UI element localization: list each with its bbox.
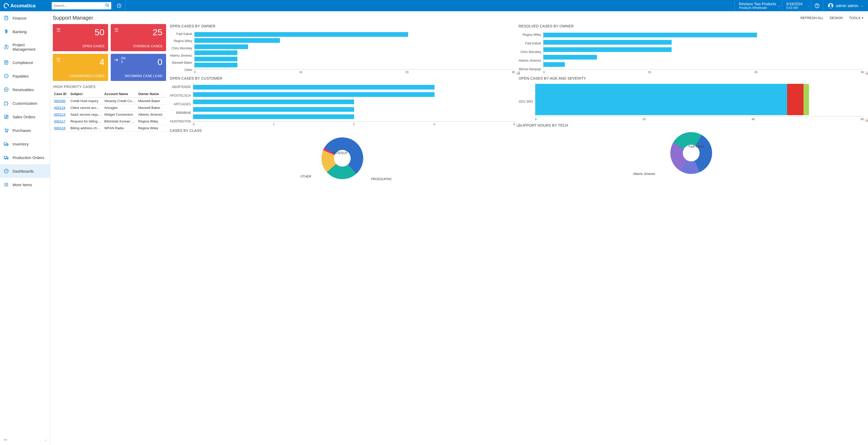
help-button[interactable]	[811, 0, 823, 11]
bar[interactable]	[194, 51, 237, 55]
svg-point-4	[817, 7, 817, 7]
sidebar-item-dashboards[interactable]: Dashboards	[0, 164, 50, 178]
cell-account: Artcages	[103, 104, 137, 111]
bar[interactable]	[544, 55, 597, 60]
bar-segment[interactable]	[804, 84, 809, 115]
cell-owner: Maxwell Baker	[137, 98, 166, 104]
axis-label: Regina Wiley	[170, 39, 192, 43]
history-button[interactable]	[113, 0, 125, 11]
bar[interactable]	[193, 107, 354, 112]
bar[interactable]	[544, 62, 565, 67]
kpi-unassigned-cases[interactable]: ☰ 4 UNASSIGNED CASES	[53, 54, 108, 81]
sidebar-item-payables[interactable]: Payables	[0, 69, 50, 83]
gauge-icon	[4, 168, 9, 174]
axis-tick: 0	[193, 123, 194, 126]
bar[interactable]	[193, 92, 435, 97]
column-header[interactable]: Subject	[69, 90, 103, 98]
bar[interactable]	[544, 33, 757, 37]
svg-point-38	[7, 184, 8, 185]
column-header[interactable]: Case ID	[53, 90, 69, 98]
sidebar-item-production-orders[interactable]: Production Orders	[0, 151, 50, 164]
chart-export-icon[interactable]: 📊	[865, 71, 868, 75]
sidebar-item-purchases[interactable]: Purchases	[0, 124, 50, 137]
doc-icon	[4, 60, 9, 65]
case-id-link[interactable]: 000123	[54, 113, 65, 117]
bar[interactable]	[544, 47, 672, 52]
case-id-link[interactable]: 000124	[54, 106, 65, 110]
case-id-link[interactable]: 000160	[54, 99, 65, 103]
column-header[interactable]: Account Name	[103, 90, 137, 98]
sidebar-item-receivables[interactable]: Receivables	[0, 83, 50, 96]
sidebar-item-label: Banking	[12, 30, 27, 34]
axis-tick: 20	[754, 70, 757, 74]
bar[interactable]	[193, 99, 354, 104]
chart-label: Alberto Jimenez	[633, 172, 655, 176]
sidebar-item-label: Compliance	[12, 60, 33, 65]
search-input[interactable]	[54, 4, 105, 7]
case-id-link[interactable]: 000116	[54, 126, 65, 130]
bar-segment[interactable]	[535, 84, 787, 115]
sidebar-item-label: Finance	[12, 16, 26, 20]
sidebar-item-label: Project Management	[12, 42, 46, 52]
tools-menu[interactable]: TOOLS ▼	[849, 16, 864, 20]
kpi-overdue-cases[interactable]: ☰ 25 OVERDUE CASES	[111, 24, 166, 51]
bar[interactable]	[194, 63, 237, 67]
grid-icon	[4, 182, 9, 187]
chart-export-icon[interactable]: 📊	[865, 118, 868, 122]
kpi-open-cases[interactable]: ☰ 50 OPEN CASES	[53, 24, 108, 51]
column-header[interactable]: Owner Name	[137, 90, 166, 98]
calc-icon	[4, 15, 9, 21]
more-options-icon[interactable]: •••	[4, 438, 7, 442]
bar[interactable]	[194, 38, 280, 43]
bar[interactable]	[544, 40, 672, 45]
refresh-all-button[interactable]: REFRESH ALL	[800, 16, 823, 20]
bar[interactable]	[194, 32, 408, 37]
bar-segment[interactable]	[787, 84, 804, 115]
bar[interactable]	[194, 57, 237, 61]
app-header: Acumatica Revision Two Products Products…	[0, 0, 868, 11]
cell-subject: Credit Hold inquiry	[69, 98, 103, 104]
sidebar-item-more-items[interactable]: More Items	[0, 178, 50, 191]
axis-label: Regina Wiley	[519, 33, 541, 37]
bar[interactable]	[194, 44, 248, 49]
search-box[interactable]	[52, 2, 111, 9]
donut-chart[interactable]	[670, 132, 712, 174]
cell-owner: Regina Wiley	[137, 118, 166, 125]
bar[interactable]	[193, 85, 435, 90]
sidebar-item-banking[interactable]: Banking	[0, 25, 50, 38]
sidebar-item-finance[interactable]: Finance	[0, 11, 50, 25]
chart-resolved-by-owner: RESOLVED CASES BY OWNER Regina WileyFadi…	[519, 24, 864, 74]
sidebar-item-label: Inventory	[12, 142, 29, 146]
axis-label: APOSTELSCH	[170, 94, 191, 97]
sidebar-item-project-management[interactable]: Project Management	[0, 38, 50, 56]
sidebar-item-sales-orders[interactable]: Sales Orders	[0, 110, 50, 124]
axis-tick: 60	[861, 118, 864, 121]
collapse-sidebar-icon[interactable]: ‹	[45, 438, 46, 442]
brand-logo[interactable]: Acumatica	[0, 0, 50, 11]
kpi-label: UNASSIGNED CASES	[56, 74, 104, 78]
user-menu[interactable]: admin admin ⌄	[823, 0, 868, 11]
search-icon[interactable]	[105, 3, 110, 8]
chart-export-icon[interactable]: 📊	[516, 123, 520, 127]
design-button[interactable]: DESIGN	[830, 16, 843, 20]
chevron-down-icon: ⌄	[807, 4, 809, 7]
kpi-value: 4	[56, 57, 104, 67]
svg-rect-28	[4, 156, 7, 159]
caret-down-icon: ▼	[862, 17, 864, 19]
svg-point-41	[7, 185, 8, 186]
sidebar-item-customization[interactable]: Customization	[0, 96, 50, 110]
sidebar-item-compliance[interactable]: Compliance	[0, 56, 50, 69]
bar[interactable]	[193, 115, 354, 119]
kpi-incoming-load[interactable]: ➔ 0%0 0 INCOMING CASE LOAD	[111, 54, 166, 81]
cell-subject: SaaS service reque...	[69, 111, 103, 118]
tenant-selector[interactable]: Revision Two Products Products Wholesale…	[735, 0, 782, 11]
plus-icon	[4, 87, 9, 92]
sidebar-item-inventory[interactable]: Inventory	[0, 137, 50, 151]
donut-chart[interactable]	[321, 137, 363, 179]
table-row: 000117Request for billing c...Bibimbab K…	[53, 118, 166, 125]
axis-tick: 4	[514, 123, 515, 126]
business-date[interactable]: 9/16/2024 5:43 AM ⌄	[782, 0, 811, 11]
case-id-link[interactable]: 000117	[54, 119, 65, 123]
sidebar-item-label: Sales Orders	[12, 115, 35, 119]
axis-tick: 10	[648, 70, 651, 74]
